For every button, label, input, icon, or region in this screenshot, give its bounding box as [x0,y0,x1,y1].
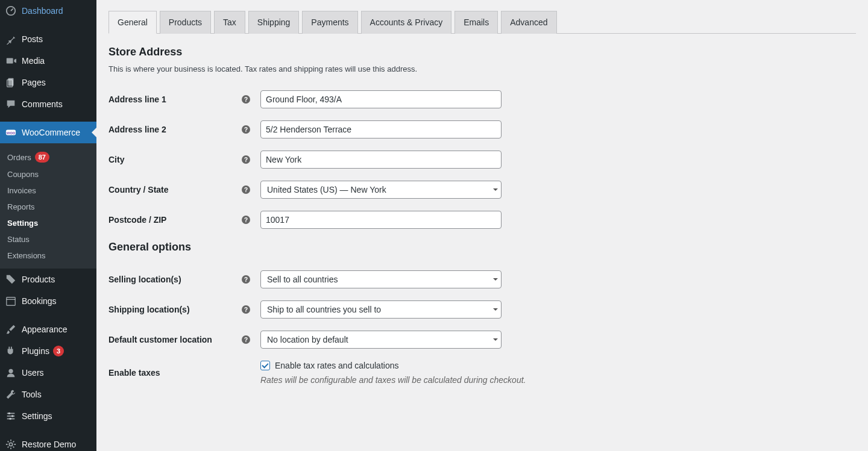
wrench-icon [5,388,17,400]
woocommerce-icon: woo [5,126,17,138]
sidebar-item-woocommerce[interactable]: woo WooCommerce [0,122,96,143]
help-icon[interactable]: ? [241,155,251,164]
store-address-heading: Store Address [108,46,856,58]
label-postcode: Postcode / ZIP [108,215,241,225]
sidebar-label: Settings [22,411,52,421]
row-postcode: Postcode / ZIP ? [108,211,856,229]
default-customer-location-select[interactable]: No location by default [260,331,502,349]
row-default-customer-location: Default customer location ? No location … [108,331,856,349]
svg-text:?: ? [244,157,248,163]
submenu-settings[interactable]: Settings [0,215,96,231]
svg-point-10 [8,412,11,415]
sidebar-item-tools[interactable]: Tools [0,384,96,405]
row-country-state: Country / State ? United States (US) — N… [108,181,856,199]
tab-advanced[interactable]: Advanced [501,11,556,34]
help-icon[interactable]: ? [241,275,251,284]
sidebar-label: WooCommerce [22,128,80,137]
sidebar-item-products[interactable]: Products [0,269,96,290]
submenu-coupons[interactable]: Coupons [0,166,96,182]
sidebar-item-comments[interactable]: Comments [0,93,96,115]
help-icon[interactable]: ? [241,215,251,225]
address1-input[interactable] [260,90,502,108]
sidebar-label: Products [22,275,55,284]
postcode-input[interactable] [260,211,502,229]
tab-shipping[interactable]: Shipping [248,11,300,34]
sidebar-item-pages[interactable]: Pages [0,72,96,93]
chevron-down-icon [493,338,498,341]
sidebar-label: Dashboard [22,6,63,16]
svg-text:?: ? [244,337,248,343]
country-state-select[interactable]: United States (US) — New York [260,181,502,199]
submenu-extensions[interactable]: Extensions [0,247,96,264]
tab-tax[interactable]: Tax [214,11,245,34]
media-icon [5,55,17,67]
submenu-label: Orders [7,153,31,162]
sidebar-label: Posts [22,34,43,44]
label-selling-locations: Selling location(s) [108,275,241,284]
tab-general[interactable]: General [108,11,157,34]
user-icon [5,367,17,379]
general-options-heading: General options [108,241,856,253]
plugins-count-badge: 3 [53,346,64,356]
shipping-locations-select[interactable]: Ship to all countries you sell to [260,300,502,319]
sidebar-item-media[interactable]: Media [0,50,96,72]
main-content: General Products Tax Shipping Payments A… [96,0,868,451]
submenu-label: Invoices [7,186,36,195]
tab-emails[interactable]: Emails [454,11,498,34]
chevron-down-icon [493,308,498,311]
woocommerce-submenu: Orders 87 Coupons Invoices Reports Setti… [0,143,96,269]
sidebar-label: Users [22,368,44,378]
help-icon[interactable]: ? [241,185,251,194]
submenu-invoices[interactable]: Invoices [0,182,96,199]
row-city: City ? [108,151,856,169]
sidebar-item-settings[interactable]: Settings [0,405,96,427]
row-shipping-locations: Shipping location(s) ? Ship to all count… [108,300,856,319]
row-address2: Address line 2 ? [108,120,856,138]
store-address-description: This is where your business is located. … [108,64,856,73]
submenu-orders[interactable]: Orders 87 [0,148,96,166]
wp-admin-sidebar: Dashboard Posts Media Pages Comments woo… [0,0,96,451]
selling-locations-value: Sell to all countries [260,270,502,288]
country-state-value: United States (US) — New York [260,181,502,199]
svg-point-15 [9,443,12,446]
address2-input[interactable] [260,120,502,138]
plugin-icon [5,345,17,357]
submenu-status[interactable]: Status [0,231,96,247]
enable-taxes-helper: Rates will be configurable and taxes wil… [260,375,526,385]
svg-text:?: ? [244,126,248,133]
submenu-label: Extensions [7,251,46,260]
label-enable-taxes: Enable taxes [108,368,241,378]
submenu-label: Reports [7,202,35,211]
svg-point-12 [11,415,14,417]
sidebar-item-plugins[interactable]: Plugins 3 [0,340,96,362]
tab-products[interactable]: Products [160,11,211,34]
gear-icon [5,438,17,450]
dashboard-icon [5,5,17,17]
tab-payments[interactable]: Payments [302,11,357,34]
help-icon[interactable]: ? [241,305,251,314]
sidebar-item-dashboard[interactable]: Dashboard [0,0,96,22]
sidebar-item-posts[interactable]: Posts [0,28,96,50]
brush-icon [5,323,17,335]
pages-icon [5,76,17,89]
sidebar-item-appearance[interactable]: Appearance [0,319,96,340]
sidebar-label: Comments [22,99,63,109]
sidebar-item-bookings[interactable]: Bookings [0,290,96,312]
sidebar-label: Tools [22,390,42,399]
tab-accounts-privacy[interactable]: Accounts & Privacy [361,11,452,34]
sidebar-label: Bookings [22,296,57,306]
svg-rect-6 [7,297,15,306]
submenu-label: Status [7,235,30,244]
city-input[interactable] [260,151,502,169]
help-icon[interactable]: ? [241,125,251,134]
selling-locations-select[interactable]: Sell to all countries [260,270,502,288]
sidebar-label: Media [22,56,45,66]
sidebar-item-users[interactable]: Users [0,362,96,384]
sidebar-item-restore-demo[interactable]: Restore Demo [0,434,96,451]
default-customer-location-value: No location by default [260,331,502,349]
submenu-reports[interactable]: Reports [0,199,96,215]
help-icon[interactable]: ? [241,95,251,104]
enable-taxes-checkbox[interactable] [260,361,270,370]
sidebar-label: Pages [22,78,46,87]
help-icon[interactable]: ? [241,335,251,344]
